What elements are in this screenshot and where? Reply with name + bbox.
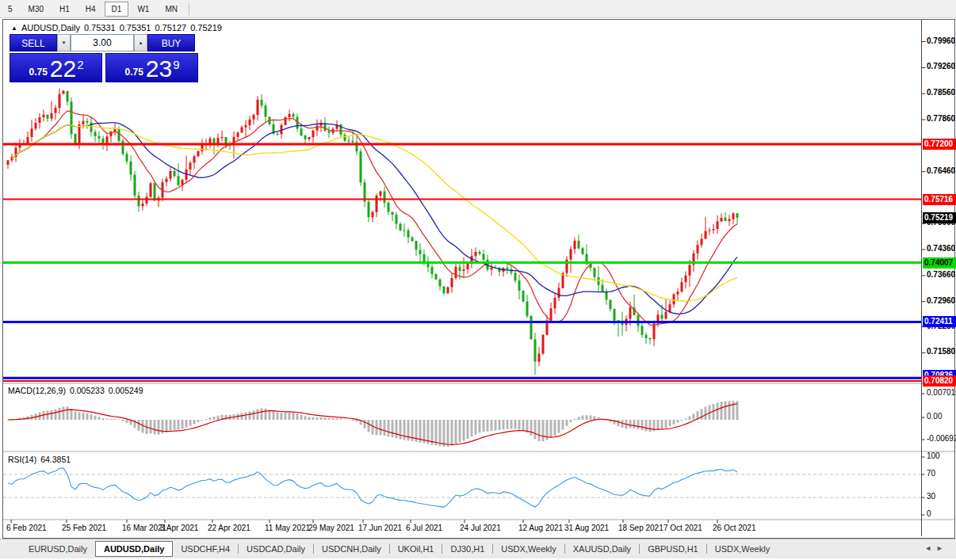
rsi-axis-label: 100 xyxy=(927,451,940,460)
ohlc-low: 0.75127 xyxy=(155,23,186,32)
timeframe-button-m30[interactable]: M30 xyxy=(21,2,51,17)
date-axis-label: 31 Aug 2021 xyxy=(564,524,609,532)
ohlc-high: 0.75351 xyxy=(120,23,151,32)
sell-price-big: 22 xyxy=(50,55,76,82)
chart-tab-usdchf-2[interactable]: USDCHF,H4 xyxy=(173,541,238,557)
price-level-badge: 0.75716 xyxy=(923,194,956,205)
one-click-trading-panel: SELL ▼ ▲ BUY 0.75 22 2 0.75 23 9 xyxy=(10,34,198,82)
price-axis-label: 0.79260 xyxy=(927,62,955,70)
price-axis-label: 0.72960 xyxy=(927,296,955,305)
chart-tab-eurusd-0[interactable]: EURUSD,Daily xyxy=(21,541,95,557)
macd-axis-label: 0.00 xyxy=(927,412,942,421)
price-level-badge: 0.77200 xyxy=(923,139,956,150)
tabs-scroll-arrows: ◄► xyxy=(924,544,948,552)
chart-symbol-label: AUDUSD,Daily xyxy=(21,23,80,32)
sell-price-button[interactable]: 0.75 22 2 xyxy=(10,53,102,82)
chart-tab-usdcad-3[interactable]: USDCAD,Daily xyxy=(239,541,313,557)
ohlc-close: 0.75219 xyxy=(190,23,222,32)
date-axis-label: 11 May 2021 xyxy=(265,524,310,532)
rsi-axis-label: 70 xyxy=(927,469,935,478)
price-axis-label: 0.76460 xyxy=(927,166,955,175)
rsi-label: RSI(14)64.3851 xyxy=(8,455,75,464)
date-axis-label: 22 Apr 2021 xyxy=(208,524,250,532)
buy-price-prefix: 0.75 xyxy=(124,67,143,78)
chevron-down-icon: ▼ xyxy=(62,40,67,45)
tabs-scroll-right-icon[interactable]: ► xyxy=(936,544,948,552)
price-axis-label: 0.74360 xyxy=(927,244,955,253)
sell-button[interactable]: SELL xyxy=(10,34,57,51)
buy-button[interactable]: BUY xyxy=(147,34,195,51)
price-level-badge: 0.70820 xyxy=(923,375,956,387)
timeframe-button-mn[interactable]: MN xyxy=(158,2,185,17)
macd-name: MACD(12,26,9) xyxy=(8,386,66,395)
chart-tab-dj30-6[interactable]: DJ30,H1 xyxy=(442,541,492,557)
chart-tab-bar: EURUSD,DailyAUDUSD,DailyUSDCHF,H4USDCAD,… xyxy=(0,539,956,558)
price-axis-label: 0.73660 xyxy=(927,270,955,279)
price-axis-label: 0.71580 xyxy=(927,347,955,356)
date-axis-label: 24 Jul 2021 xyxy=(460,524,501,532)
date-axis-label: 3 Apr 2021 xyxy=(160,524,198,532)
rsi-name: RSI(14) xyxy=(8,455,36,464)
sell-price-sup: 2 xyxy=(77,58,83,71)
chart-tab-ukoil-5[interactable]: UKOil,H1 xyxy=(390,541,442,557)
sell-price-prefix: 0.75 xyxy=(29,67,47,78)
chart-title: ▲AUDUSD,Daily0.753310.753510.751270.7521… xyxy=(11,23,222,32)
price-level-badge: 0.72411 xyxy=(923,316,956,327)
date-axis-label: 6 Feb 2021 xyxy=(6,524,47,532)
macd-value-1: 0.005233 xyxy=(70,386,105,395)
date-axis-label: 26 Oct 2021 xyxy=(713,524,755,532)
chart-tab-gbpusd-9[interactable]: GBPUSD,H1 xyxy=(640,541,706,557)
current-price-badge: 0.75219 xyxy=(923,212,956,223)
tabs-scroll-left-icon[interactable]: ◄ xyxy=(924,544,936,552)
volume-increase-button[interactable]: ▲ xyxy=(134,34,147,51)
price-axis-label: 0.79960 xyxy=(927,36,955,45)
chart-window: ▲AUDUSD,Daily0.753310.753510.751270.7521… xyxy=(2,19,955,539)
chart-tab-usdx-10[interactable]: USDX,Weekly xyxy=(707,541,778,557)
chart-tab-usdcnh-4[interactable]: USDCNH,Daily xyxy=(314,541,389,557)
price-level-badge: 0.74007 xyxy=(923,257,956,269)
date-axis-label: 6 Jul 2021 xyxy=(406,524,442,532)
timeframe-toolbar: 5M30H1H4D1W1MN xyxy=(0,0,956,18)
date-axis-label: 25 Feb 2021 xyxy=(62,524,106,532)
timeframe-button-5[interactable]: 5 xyxy=(1,2,20,17)
price-chart-canvas[interactable] xyxy=(3,20,954,538)
buy-price-sup: 9 xyxy=(173,58,179,71)
rsi-axis-label: 30 xyxy=(927,492,935,501)
macd-label: MACD(12,26,9)0.0052330.005249 xyxy=(8,386,147,395)
date-axis-label: 17 Jun 2021 xyxy=(358,524,402,532)
chart-tab-xauusd-8[interactable]: XAUUSD,Daily xyxy=(565,541,639,557)
volume-decrease-button[interactable]: ▼ xyxy=(57,34,71,51)
date-axis-label: 29 May 2021 xyxy=(308,524,354,532)
macd-value-2: 0.005249 xyxy=(109,386,143,395)
toolbar-separator xyxy=(189,3,189,15)
macd-axis-label: -0.00692 xyxy=(927,434,956,443)
timeframe-button-h4[interactable]: H4 xyxy=(78,2,103,17)
macd-axis-label: 0.007015 xyxy=(927,388,956,397)
timeframe-button-w1[interactable]: W1 xyxy=(130,2,156,17)
chart-tab-audusd-1[interactable]: AUDUSD,Daily xyxy=(95,541,173,557)
rsi-value: 64.3851 xyxy=(40,455,71,464)
timeframe-button-h1[interactable]: H1 xyxy=(52,2,77,17)
chevron-up-icon: ▲ xyxy=(139,40,143,45)
date-axis-label: 12 Aug 2021 xyxy=(518,524,563,532)
price-axis-label: 0.77860 xyxy=(927,114,955,123)
buy-price-big: 23 xyxy=(146,55,172,82)
collapse-panel-icon[interactable]: ▲ xyxy=(11,25,17,32)
price-axis-label: 0.78560 xyxy=(927,88,955,97)
date-axis-label: 18 Sep 2021 xyxy=(618,524,663,532)
rsi-axis-label: 0 xyxy=(927,509,931,518)
timeframe-button-d1[interactable]: D1 xyxy=(105,2,129,17)
chart-tab-usdx-7[interactable]: USDX,Weekly xyxy=(493,541,564,557)
date-axis-label: 7 Oct 2021 xyxy=(663,524,702,532)
buy-price-button[interactable]: 0.75 23 9 xyxy=(105,53,198,82)
ohlc-open: 0.75331 xyxy=(84,23,116,32)
volume-input[interactable] xyxy=(71,34,134,51)
